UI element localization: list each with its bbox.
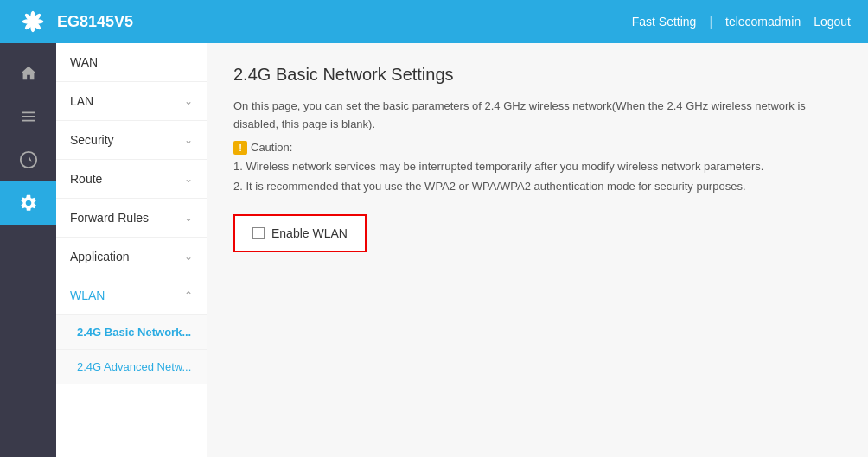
menu-sidebar: WAN LAN ⌄ Security ⌄ Route ⌄ Forward Rul… bbox=[56, 43, 207, 457]
fast-setting-link[interactable]: Fast Setting bbox=[632, 15, 697, 29]
menu-forward-label: Forward Rules bbox=[70, 211, 149, 225]
menu-item-application[interactable]: Application ⌄ bbox=[56, 238, 207, 276]
nav-divider: | bbox=[709, 15, 712, 29]
icon-sidebar bbox=[0, 43, 56, 457]
menu-item-wlan[interactable]: WLAN ⌃ bbox=[56, 276, 207, 315]
sidebar-icon-home[interactable] bbox=[0, 52, 56, 95]
caution-header: !Caution: bbox=[233, 141, 842, 155]
chevron-up-icon: ⌃ bbox=[184, 289, 193, 301]
warning-icon: ! bbox=[233, 141, 247, 155]
submenu-item-2g-basic[interactable]: 2.4G Basic Network... bbox=[56, 315, 207, 350]
logo-text: EG8145V5 bbox=[57, 13, 133, 31]
menu-route-label: Route bbox=[70, 172, 102, 186]
menu-item-route[interactable]: Route ⌄ bbox=[56, 160, 207, 199]
chevron-down-icon: ⌄ bbox=[184, 95, 193, 107]
menu-application-label: Application bbox=[70, 250, 130, 263]
menu-wlan-label: WLAN bbox=[70, 289, 105, 302]
enable-wlan-container[interactable]: Enable WLAN bbox=[233, 214, 367, 252]
sidebar-icon-settings[interactable] bbox=[0, 181, 56, 225]
submenu-item-2g-advanced[interactable]: 2.4G Advanced Netw... bbox=[56, 350, 207, 384]
menu-wan-label: WAN bbox=[70, 55, 98, 69]
chevron-down-icon: ⌄ bbox=[184, 134, 193, 146]
chevron-down-icon: ⌄ bbox=[184, 173, 193, 185]
menu-item-forward-rules[interactable]: Forward Rules ⌄ bbox=[56, 199, 207, 238]
header-nav: Fast Setting | telecomadmin Logout bbox=[632, 15, 851, 29]
sidebar-icon-diagnostics[interactable] bbox=[0, 138, 56, 181]
huawei-logo-icon bbox=[17, 9, 48, 35]
main-content: 2.4G Basic Network Settings On this page… bbox=[207, 43, 868, 457]
logo: EG8145V5 bbox=[17, 9, 133, 35]
page-title: 2.4G Basic Network Settings bbox=[233, 65, 842, 85]
sidebar-icon-network[interactable] bbox=[0, 95, 56, 138]
menu-item-wan[interactable]: WAN bbox=[56, 43, 207, 82]
caution-line-2: 2. It is recommended that you use the WP… bbox=[233, 178, 842, 196]
menu-security-label: Security bbox=[70, 133, 114, 147]
menu-lan-label: LAN bbox=[70, 94, 93, 108]
enable-wlan-label: Enable WLAN bbox=[271, 226, 348, 240]
chevron-down-icon: ⌄ bbox=[184, 251, 193, 263]
header: EG8145V5 Fast Setting | telecomadmin Log… bbox=[0, 0, 868, 43]
enable-wlan-checkbox[interactable] bbox=[252, 227, 265, 239]
caution-line-1: 1. Wireless network services may be inte… bbox=[233, 158, 842, 176]
logout-button[interactable]: Logout bbox=[814, 15, 851, 29]
main-layout: WAN LAN ⌄ Security ⌄ Route ⌄ Forward Rul… bbox=[0, 43, 868, 457]
submenu-2g-advanced-label: 2.4G Advanced Netw... bbox=[77, 360, 191, 373]
caution-label: Caution: bbox=[251, 141, 292, 154]
chevron-down-icon: ⌄ bbox=[184, 212, 193, 224]
menu-item-security[interactable]: Security ⌄ bbox=[56, 121, 207, 160]
username-label: telecomadmin bbox=[725, 15, 801, 29]
submenu-2g-basic-label: 2.4G Basic Network... bbox=[77, 326, 191, 339]
page-description: On this page, you can set the basic para… bbox=[233, 98, 842, 134]
menu-item-lan[interactable]: LAN ⌄ bbox=[56, 82, 207, 121]
